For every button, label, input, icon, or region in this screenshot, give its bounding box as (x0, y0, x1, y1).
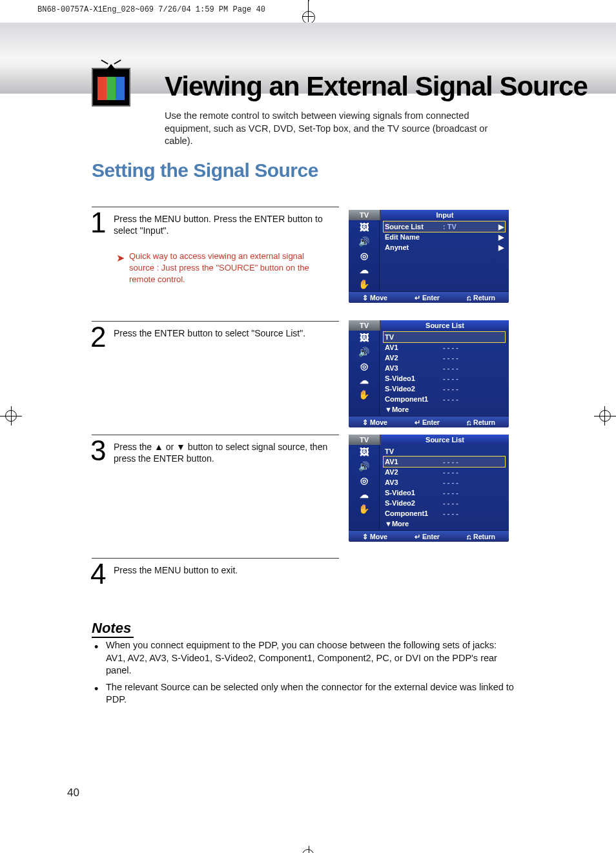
osd-row: AV2- - - - (384, 353, 505, 363)
footer-enter: Enter (415, 416, 440, 427)
note-arrow-icon: ➤ (116, 252, 125, 264)
osd-row: TV (384, 446, 505, 457)
osd-tab-tv: TV (349, 320, 380, 331)
osd-row-value (443, 446, 504, 457)
note-item: The relevant Source can be selected only… (92, 681, 515, 706)
footer-return: Return (467, 531, 495, 542)
osd-row-label: TV (385, 332, 443, 342)
footer-enter: Enter (415, 531, 440, 542)
step-text: Press the MENU button. Press the ENTER b… (114, 213, 330, 236)
osd-footer: Move Enter Return (349, 416, 509, 427)
osd-row: AV2- - - - (384, 467, 505, 477)
osd-row: AV3- - - - (384, 477, 505, 488)
osd-footer: Move Enter Return (349, 530, 509, 542)
intro-paragraph: Use the remote control to switch between… (165, 110, 517, 148)
step-1: 1 Press the MENU button. Press the ENTER… (92, 207, 511, 209)
osd-row-value: - - - - (443, 363, 504, 373)
sidebar-icon-input: ✋ (349, 277, 379, 291)
osd-row-value: - - - - (443, 342, 504, 353)
sidebar-icon-sound: 🔊 (349, 459, 379, 473)
osd-row-label: Source List (385, 221, 443, 232)
osd-list: TVAV1- - - -AV2- - - -AV3- - - -S-Video1… (380, 445, 509, 530)
osd-title: Source List (380, 320, 509, 331)
osd-list: TVAV1- - - -AV2- - - -AV3- - - -S-Video1… (380, 331, 509, 416)
tv-icon (92, 68, 130, 107)
notes-list: When you connect equipment to the PDP, y… (92, 639, 515, 710)
osd-row-label: AV2 (385, 467, 443, 477)
osd-row-label: AV1 (385, 342, 443, 353)
step-number: 1 (90, 207, 106, 239)
osd-row: AV3- - - - (384, 363, 505, 373)
osd-row-value: - - - - (443, 353, 504, 363)
footer-move: Move (362, 531, 387, 542)
sidebar-icon-setup: ☁ (349, 263, 379, 277)
osd-tab-tv: TV (349, 435, 380, 445)
arrow-right-icon: ▶ (496, 232, 504, 242)
osd-row: TV (384, 332, 505, 342)
notes-heading: Notes (92, 620, 134, 638)
footer-move: Move (362, 292, 387, 303)
arrow-right-icon: ▶ (496, 242, 504, 252)
osd-row: S-Video2- - - - (384, 384, 505, 394)
osd-title: Input (380, 210, 509, 220)
arrow-right-icon: ▶ (496, 221, 504, 232)
cropmark-top-cross (302, 16, 314, 17)
osd-tab-tv: TV (349, 210, 380, 220)
osd-menu-sourcelist-selected: TV Source List 🖼 🔊 ◎ ☁ ✋ TVAV1- - - -AV2… (349, 435, 509, 542)
osd-row-label: S-Video1 (385, 488, 443, 498)
page-title: Viewing an External Signal Source (165, 71, 588, 102)
osd-footer: Move Enter Return (349, 291, 509, 303)
osd-row: Anynet▶ (384, 242, 505, 252)
osd-row: Component1- - - - (384, 394, 505, 404)
osd-row: S-Video1- - - - (384, 488, 505, 498)
step-text: Press the ENTER button to select "Source… (114, 327, 330, 339)
step-4: 4 Press the MENU button to exit. (92, 558, 511, 560)
osd-row: Source List: TV▶ (384, 221, 505, 232)
osd-row-value (443, 242, 496, 252)
step-note: Quick way to access viewing an external … (129, 251, 329, 286)
step-text: Press the ▲ or ▼ button to select signal… (114, 441, 330, 464)
sidebar-icon-sound: 🔊 (349, 234, 379, 249)
osd-row-label: Anynet (385, 242, 443, 252)
sidebar-icon-setup: ☁ (349, 373, 379, 387)
footer-enter: Enter (415, 292, 440, 303)
osd-row-value (443, 332, 504, 342)
osd-row-value: : TV (443, 221, 496, 232)
osd-row-value: - - - - (443, 394, 504, 404)
footer-return: Return (467, 292, 495, 303)
osd-row-label: AV3 (385, 363, 443, 373)
osd-sidebar: 🖼 🔊 ◎ ☁ ✋ (349, 445, 380, 530)
sidebar-icon-input: ✋ (349, 387, 379, 402)
footer-move: Move (362, 416, 387, 427)
osd-menu-input: TV Input 🖼 🔊 ◎ ☁ ✋ Source List: TV▶Edit … (349, 210, 509, 303)
osd-row: S-Video1- - - - (384, 373, 505, 384)
osd-row-value: - - - - (443, 373, 504, 384)
cropmark-top (308, 0, 309, 22)
osd-row-value: - - - - (443, 457, 504, 467)
osd-row-label: ▼More (385, 404, 443, 415)
osd-row-label: TV (385, 446, 443, 457)
step-number: 3 (90, 435, 106, 467)
osd-row-label: AV3 (385, 477, 443, 488)
osd-row-value (443, 232, 496, 242)
osd-row: ▼More (384, 519, 505, 529)
sidebar-icon-channel: ◎ (349, 473, 379, 488)
sidebar-icon-sound: 🔊 (349, 345, 379, 359)
sidebar-icon-picture: 🖼 (349, 331, 379, 345)
osd-row-value: - - - - (443, 498, 504, 508)
osd-sidebar: 🖼 🔊 ◎ ☁ ✋ (349, 331, 380, 416)
osd-row: Edit Name▶ (384, 232, 505, 242)
osd-row-label: Component1 (385, 394, 443, 404)
osd-row-label: Edit Name (385, 232, 443, 242)
section-title: Setting the Signal Source (92, 159, 318, 181)
osd-list: Source List: TV▶Edit Name▶Anynet▶ (380, 220, 509, 291)
osd-row-label: AV1 (385, 457, 443, 467)
osd-row-label: ▼More (385, 519, 443, 529)
osd-row-value: - - - - (443, 477, 504, 488)
cropmark-bottom (302, 849, 314, 853)
osd-row-value: - - - - (443, 467, 504, 477)
sidebar-icon-picture: 🖼 (349, 220, 379, 234)
osd-row-value: - - - - (443, 508, 504, 519)
sidebar-icon-input: ✋ (349, 502, 379, 516)
osd-row-label: AV2 (385, 353, 443, 363)
